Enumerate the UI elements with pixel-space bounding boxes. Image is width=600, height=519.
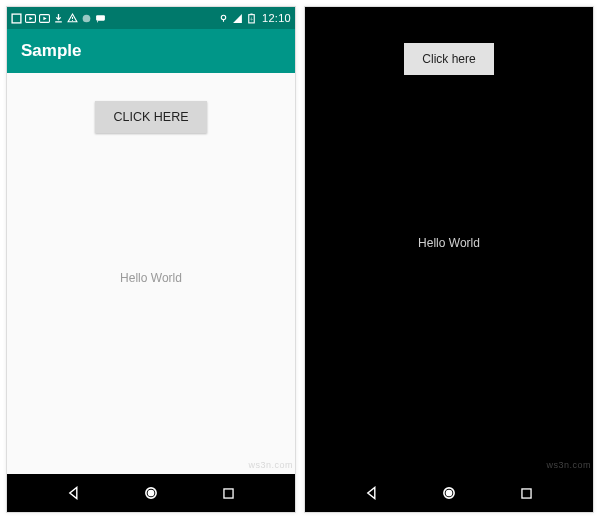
status-clock: 12:10: [262, 12, 291, 24]
nav-back-button[interactable]: [63, 482, 85, 504]
svg-rect-0: [12, 14, 21, 23]
phone-dark: Click here Hello World ws3n.com: [304, 6, 594, 513]
svg-point-15: [148, 490, 153, 495]
hello-world-text: Hello World: [120, 271, 182, 285]
square-icon: [11, 13, 22, 24]
svg-rect-8: [96, 15, 105, 21]
watermark: ws3n.com: [248, 460, 293, 470]
signal-icon: [232, 13, 243, 24]
svg-rect-20: [522, 488, 531, 497]
svg-marker-4: [43, 16, 46, 19]
nav-back-button[interactable]: [361, 482, 383, 504]
content-area: Click here Hello World: [305, 29, 593, 474]
play-icon: [39, 13, 50, 24]
click-here-button[interactable]: Click here: [404, 43, 493, 75]
status-left: [11, 13, 218, 24]
message-icon: [95, 13, 106, 24]
hello-world-text: Hello World: [418, 236, 480, 250]
circle-icon: [81, 13, 92, 24]
svg-marker-13: [69, 487, 76, 498]
svg-point-6: [72, 19, 73, 20]
svg-marker-17: [367, 487, 374, 498]
svg-point-7: [83, 14, 91, 22]
svg-rect-12: [250, 13, 252, 14]
nav-recent-button[interactable]: [516, 482, 538, 504]
nav-bar: [305, 474, 593, 512]
status-right: 12:10: [218, 12, 291, 24]
watermark: ws3n.com: [546, 460, 591, 470]
svg-point-9: [221, 15, 225, 19]
svg-marker-2: [29, 16, 32, 19]
status-bar: [305, 7, 593, 29]
nav-bar: [7, 474, 295, 512]
svg-marker-10: [233, 14, 242, 23]
nav-home-button[interactable]: [438, 482, 460, 504]
app-title: Sample: [21, 41, 81, 61]
play-icon: [25, 13, 36, 24]
warning-icon: [67, 13, 78, 24]
location-icon: [218, 13, 229, 24]
svg-rect-11: [249, 14, 255, 22]
click-here-button[interactable]: CLICK HERE: [95, 101, 206, 133]
nav-recent-button[interactable]: [218, 482, 240, 504]
content-area: CLICK HERE Hello World: [7, 73, 295, 474]
nav-home-button[interactable]: [140, 482, 162, 504]
svg-point-19: [446, 490, 451, 495]
svg-rect-16: [224, 488, 233, 497]
battery-icon: [246, 13, 257, 24]
app-bar: Sample: [7, 29, 295, 73]
status-bar: 12:10: [7, 7, 295, 29]
download-icon: [53, 13, 64, 24]
phone-light: 12:10 Sample CLICK HERE Hello World ws3n…: [6, 6, 296, 513]
